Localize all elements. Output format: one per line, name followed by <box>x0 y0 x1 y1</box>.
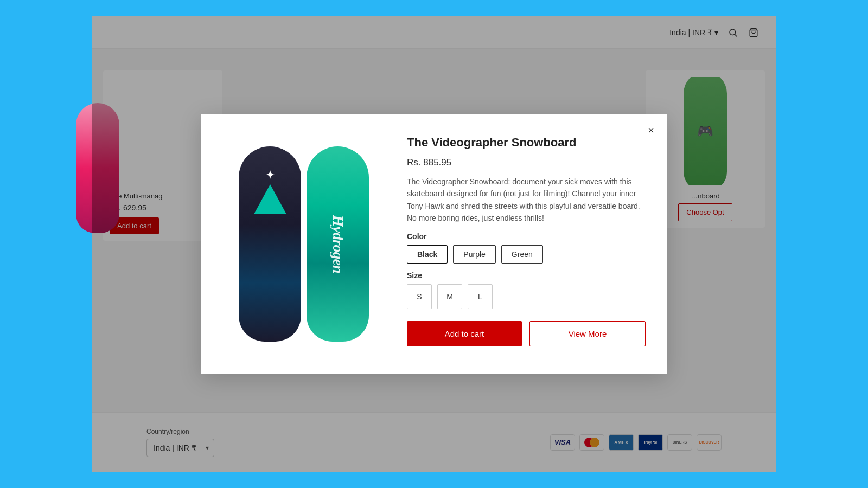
size-button-m[interactable]: M <box>437 284 462 309</box>
triangle-decoration <box>254 184 286 214</box>
product-price: Rs. 885.95 <box>407 157 646 168</box>
view-more-button[interactable]: View More <box>529 321 646 346</box>
color-button-black[interactable]: Black <box>407 245 448 264</box>
snowboard-dark: · · · · · · · · · · <box>239 146 301 342</box>
modal-product-info: The Videographer Snowboard Rs. 885.95 Th… <box>407 136 646 352</box>
size-section: Size S M L <box>407 271 646 309</box>
color-label: Color <box>407 232 646 241</box>
product-image-area: · · · · · · · · · · Hydrogen <box>222 136 385 352</box>
color-options: Black Purple Green <box>407 245 646 264</box>
product-title: The Videographer Snowboard <box>407 136 646 150</box>
size-options: S M L <box>407 284 646 309</box>
size-button-l[interactable]: L <box>468 284 493 309</box>
size-button-s[interactable]: S <box>407 284 432 309</box>
snowboard-brand-text: Hydrogen <box>329 215 346 273</box>
modal-close-button[interactable]: × <box>643 123 659 138</box>
product-description: The Videographer Snowboard: document you… <box>407 176 646 224</box>
color-button-green[interactable]: Green <box>501 245 543 264</box>
modal-actions: Add to cart View More <box>407 321 646 346</box>
product-modal: × · · · · · · · · · · Hydrogen The <box>201 114 667 374</box>
snowboard-pair: · · · · · · · · · · Hydrogen <box>239 146 369 342</box>
color-button-purple[interactable]: Purple <box>453 245 495 264</box>
add-to-cart-button[interactable]: Add to cart <box>407 321 522 346</box>
size-label: Size <box>407 271 646 280</box>
color-section: Color Black Purple Green <box>407 232 646 264</box>
board-detail-text: · · · · · · · · · · <box>239 293 301 298</box>
modal-overlay[interactable]: × · · · · · · · · · · Hydrogen The <box>92 16 776 472</box>
snowboard-teal: Hydrogen <box>307 146 369 342</box>
